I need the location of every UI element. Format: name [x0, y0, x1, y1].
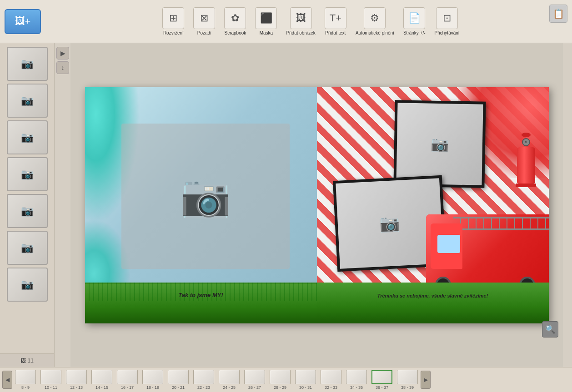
page-thumbnail — [15, 370, 36, 384]
add-photo-icon: 🖼+ — [15, 15, 31, 27]
page-thumbnail — [244, 370, 265, 384]
thumb-camera-icon: 📷 — [21, 205, 33, 217]
thumb-camera-icon: 📷 — [21, 95, 33, 107]
sidebar-thumb-5[interactable]: 📷 — [7, 194, 48, 228]
snap-icon: ⊡ — [436, 7, 458, 29]
page-thumbnail — [321, 370, 341, 384]
sidebar-thumb-2[interactable]: 📷 — [7, 84, 48, 118]
fire-extinguisher-decoration: ○ — [512, 133, 540, 192]
page-label: 18 - 19 — [146, 385, 159, 390]
snap-label: Přichytávání — [435, 30, 460, 35]
left-photo-placeholder[interactable]: 📷 — [121, 124, 290, 269]
expand-down-button[interactable]: ↕ — [56, 61, 69, 74]
spread: 📷 Tak to jsme MY! 📷 📷 — [85, 87, 549, 323]
extinguisher-top — [522, 133, 531, 137]
add-photo-button[interactable]: 🖼+ — [5, 9, 41, 34]
extinguisher-base — [516, 184, 536, 187]
sidebar-thumb-7[interactable]: 📷 — [7, 268, 48, 302]
next-page-button[interactable]: ▶ — [421, 371, 431, 389]
page-thumbnail — [142, 370, 163, 384]
page-thumb-14- 15[interactable]: 14 - 15 — [90, 369, 114, 391]
expand-right-button[interactable]: ▶ — [56, 47, 69, 60]
page-thumb-26- 27[interactable]: 26 - 27 — [242, 369, 267, 391]
page-thumb-32- 33[interactable]: 32 - 33 — [319, 369, 343, 391]
page-thumbnail — [91, 370, 112, 384]
tool-pages[interactable]: 📄 Stránky +/- — [401, 5, 428, 37]
thumb-camera-icon: 📷 — [21, 58, 33, 70]
page-thumb-8- 9[interactable]: 8 - 9 — [13, 369, 38, 391]
page-thumb-12- 13[interactable]: 12 - 13 — [64, 369, 89, 391]
tool-layout[interactable]: ⊞ Rozvržení — [160, 5, 187, 37]
page-label: 26 - 27 — [248, 385, 261, 390]
page-label: 36 - 37 — [376, 385, 388, 390]
zoom-icon: 🔍 — [545, 324, 555, 334]
photo-sidebar: 📷📷📷📷📷📷📷 — [0, 43, 55, 367]
sidebar-thumb-1[interactable]: 📷 — [7, 47, 48, 81]
page-thumb-28- 29[interactable]: 28 - 29 — [268, 369, 292, 391]
tool-background[interactable]: ⊠ Pozadí — [191, 5, 218, 37]
page-thumb-30- 31[interactable]: 30 - 31 — [293, 369, 318, 391]
sidebar-footer: 🖼 11 — [0, 353, 55, 367]
toolbar-tools: ⊞ Rozvržení ⊠ Pozadí ✿ Scrapbook ⬛ Maska… — [50, 5, 572, 37]
thumb-camera-icon: 📷 — [21, 279, 33, 291]
page-thumb-16- 17[interactable]: 16 - 17 — [115, 369, 140, 391]
tool-add-image[interactable]: 🖼 Přidat obrázek — [283, 5, 318, 37]
left-grass — [85, 283, 317, 323]
page-thumbnail — [295, 370, 316, 384]
auto-fill-icon: ⚙ — [364, 7, 386, 29]
page-thumb-10- 11[interactable]: 10 - 11 — [39, 369, 63, 391]
photo-placeholder-top: 📷 — [396, 103, 483, 185]
page-thumbs-container: 8 - 9 10 - 11 12 - 13 14 - 15 16 - 17 18… — [13, 369, 420, 391]
page-thumbnail — [193, 370, 214, 384]
page-label: 38 - 39 — [401, 385, 414, 390]
page-thumbnail — [117, 370, 138, 384]
page-label: 32 - 33 — [325, 385, 337, 390]
page-thumbnail — [270, 370, 291, 384]
tool-snap[interactable]: ⊡ Přichytávání — [432, 5, 462, 37]
sidebar-thumb-3[interactable]: 📷 — [7, 120, 48, 154]
left-page: 📷 Tak to jsme MY! — [85, 87, 317, 323]
tool-mask[interactable]: ⬛ Maska — [252, 5, 280, 37]
extinguisher-gauge: ○ — [522, 138, 530, 146]
right-grass — [317, 283, 549, 323]
page-thumb-34- 35[interactable]: 34 - 35 — [344, 369, 369, 391]
zoom-button[interactable]: 🔍 — [542, 321, 558, 337]
thumb-camera-icon: 📷 — [21, 132, 33, 144]
add-text-label: Přidat text — [325, 30, 346, 35]
page-label: 8 - 9 — [21, 385, 30, 390]
page-thumb-18- 19[interactable]: 18 - 19 — [140, 369, 165, 391]
page-thumbnail — [66, 370, 87, 384]
mask-label: Maska — [260, 30, 273, 35]
page-thumb-24- 25[interactable]: 24 - 25 — [217, 369, 241, 391]
sidebar-thumb-4[interactable]: 📷 — [7, 157, 48, 191]
page-label: 30 - 31 — [299, 385, 312, 390]
prev-page-button[interactable]: ◀ — [2, 371, 12, 389]
canvas-area: 📷 Tak to jsme MY! 📷 📷 — [70, 43, 563, 367]
thumb-camera-icon: 📷 — [21, 242, 33, 254]
page-label: 22 - 23 — [197, 385, 210, 390]
page-label: 28 - 29 — [274, 385, 286, 390]
photo-count-label: 🖼 11 — [20, 357, 34, 364]
page-thumb-22- 23[interactable]: 22 - 23 — [191, 369, 216, 391]
mask-icon: ⬛ — [255, 7, 277, 29]
truck-ladder — [453, 217, 549, 230]
page-thumbnail — [371, 370, 392, 384]
tool-scrapbook[interactable]: ✿ Scrapbook — [221, 5, 249, 37]
pages-label: Stránky +/- — [403, 30, 426, 35]
camera-icon-top: 📷 — [430, 135, 449, 153]
right-page: 📷 📷 ○ — [317, 87, 549, 323]
properties-button[interactable]: 📋 — [549, 5, 567, 23]
truck-window — [437, 235, 460, 253]
photo-frame-top-right[interactable]: 📷 — [393, 100, 486, 188]
page-thumbnail — [219, 370, 240, 384]
tool-auto-fill[interactable]: ⚙ Automatické plnění — [353, 5, 397, 37]
page-thumb-38- 39[interactable]: 38 - 39 — [395, 369, 420, 391]
tool-add-text[interactable]: T+ Přidat text — [322, 5, 349, 37]
pages-icon: 📄 — [403, 7, 425, 29]
toolbar: 🖼+ ⊞ Rozvržení ⊠ Pozadí ✿ Scrapbook ⬛ Ma… — [0, 0, 572, 43]
layout-icon: ⊞ — [162, 7, 184, 29]
page-thumb-36- 37[interactable]: 36 - 37 — [370, 369, 394, 391]
properties-icon: 📋 — [553, 8, 564, 19]
sidebar-thumb-6[interactable]: 📷 — [7, 231, 48, 265]
page-thumb-20- 21[interactable]: 20 - 21 — [166, 369, 191, 391]
